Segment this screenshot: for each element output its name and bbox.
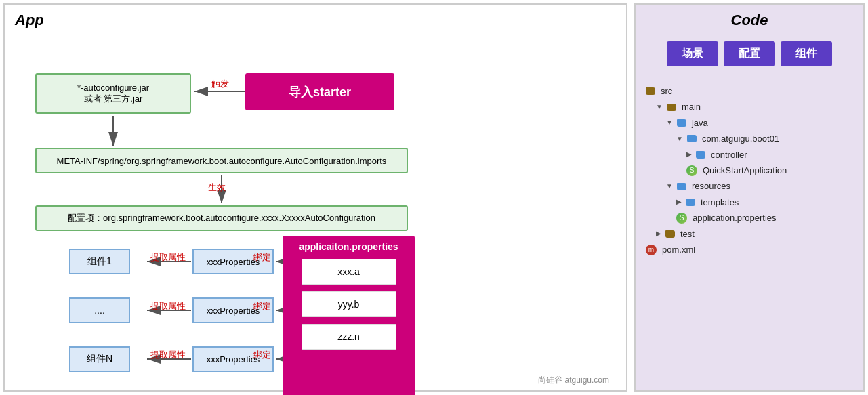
component-button[interactable]: 组件	[781, 41, 832, 66]
fetch-label-1: 提取属性	[150, 251, 186, 264]
bind-label-3: 绑定	[253, 349, 271, 361]
spring-icon-appprops: S	[676, 213, 687, 224]
folder-icon-package	[687, 135, 697, 142]
tree-item-quickstart: S QuickStartApplication	[646, 163, 853, 178]
chevron-package: ▼	[676, 133, 683, 145]
tree-item-controller: ▶ controller	[646, 147, 853, 163]
chevron-controller: ▶	[686, 148, 692, 161]
box-meta: META-INF/spring/org.springframework.boot…	[35, 148, 408, 173]
box-appprops: applicaiton.properties xxx.a yyy.b zzz.n	[283, 236, 415, 395]
diagram: 导入starter 触发 *-autoconfigure.jar 或者 第三方.…	[15, 36, 616, 388]
app-section: App	[3, 3, 627, 392]
bind-label-2: 绑定	[253, 300, 271, 312]
prop-box-2: yyy.b	[302, 291, 396, 317]
chevron-resources: ▼	[666, 180, 673, 192]
trigger-label: 触发	[211, 78, 229, 90]
folder-icon-templates	[686, 199, 695, 206]
bind-label-1: 绑定	[253, 251, 271, 264]
folder-icon-src	[646, 87, 655, 95]
comp-box-1: 组件1	[69, 249, 130, 274]
tree-item-appprops: S application.properties	[646, 210, 853, 226]
code-buttons: 场景 配置 组件	[636, 36, 863, 77]
tree-item-test: ▶ test	[646, 226, 853, 242]
tree-item-resources: ▼ resources	[646, 178, 853, 194]
tree-item-src: src	[646, 83, 853, 99]
box-starter: 导入starter	[245, 73, 394, 110]
box-autoconfig: *-autoconfigure.jar 或者 第三方.jar	[35, 73, 191, 114]
maven-icon-pom: m	[646, 245, 657, 255]
watermark: 尚硅谷 atguigu.com	[538, 375, 609, 386]
app-title: App	[15, 12, 616, 29]
appprops-title: applicaiton.properties	[299, 241, 398, 252]
tree-item-main: ▼ main	[646, 99, 853, 115]
scene-button[interactable]: 场景	[667, 41, 718, 66]
prop-box-3: zzz.n	[302, 324, 396, 350]
prop-box-1: xxx.a	[302, 259, 396, 285]
tree-item-pom: m pom.xml	[646, 242, 853, 257]
box-configitem: 配置项：org.springframework.boot.autoconfigu…	[35, 205, 408, 231]
chevron-templates: ▶	[676, 196, 682, 208]
folder-icon-main	[667, 104, 676, 111]
fetch-label-3: 提取属性	[150, 349, 186, 361]
code-tree: src ▼ main ▼ java ▼ com.atguigu.boot01 ▶…	[636, 77, 863, 264]
folder-icon-resources	[677, 183, 686, 190]
fetch-label-2: 提取属性	[150, 300, 186, 312]
tree-item-package: ▼ com.atguigu.boot01	[646, 131, 853, 146]
folder-icon-controller	[696, 151, 705, 159]
tree-item-java: ▼ java	[646, 115, 853, 131]
tree-item-templates: ▶ templates	[646, 194, 853, 210]
folder-icon-java	[677, 119, 686, 127]
code-title: Code	[636, 5, 863, 36]
effective-label: 生效	[208, 182, 226, 194]
chevron-test: ▶	[656, 228, 661, 240]
folder-icon-test	[665, 230, 675, 238]
spring-icon-quickstart: S	[686, 165, 697, 176]
comp-box-3: 组件N	[69, 346, 130, 372]
code-section: Code 场景 配置 组件 src ▼ main ▼ java ▼ com.at…	[634, 3, 865, 392]
chevron-main: ▼	[656, 101, 663, 113]
comp-box-2: ....	[69, 297, 130, 323]
chevron-java: ▼	[666, 117, 673, 129]
config-button[interactable]: 配置	[724, 41, 775, 66]
